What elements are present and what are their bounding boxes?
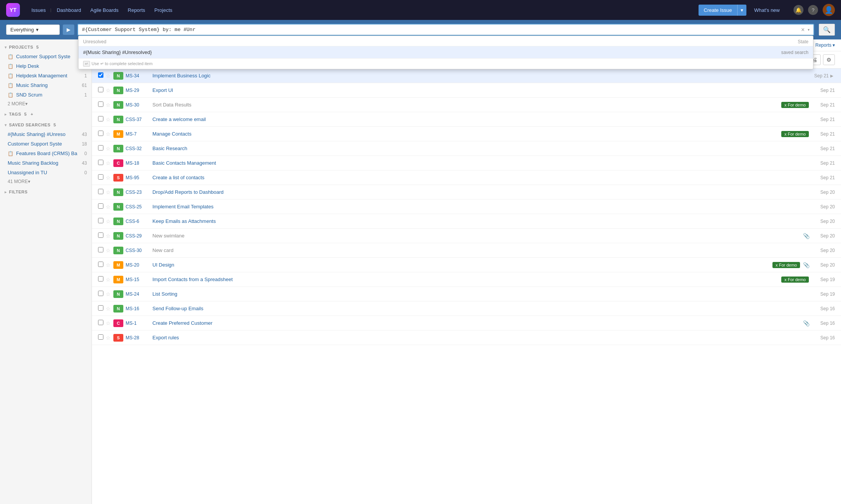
table-row[interactable]: ☆ N CSS-32 Basic Research Sep 21 (92, 141, 841, 156)
star-icon[interactable]: ☆ (106, 247, 113, 254)
sidebar-item-features-board[interactable]: 📋 Features Board (CRMS) Ba 0 (0, 149, 92, 158)
sidebar-item-music-sharing[interactable]: 📋 Music Sharing 61 (0, 80, 92, 90)
row-checkbox[interactable] (98, 160, 103, 165)
table-row[interactable]: ☆ N MS-34 Implement Business Logic Sep 2… (92, 69, 841, 83)
issue-title[interactable]: Basic Research (152, 146, 812, 151)
table-row[interactable]: ☆ N MS-24 List Sorting Sep 19 (92, 287, 841, 301)
table-row[interactable]: ☆ N CSS-37 Create a welcome email Sep 21 (92, 112, 841, 127)
star-icon[interactable]: ☆ (106, 175, 113, 181)
issue-id[interactable]: MS-28 (126, 335, 152, 340)
row-checkbox[interactable] (98, 334, 103, 340)
row-checkbox[interactable] (98, 203, 103, 209)
nav-agile-boards[interactable]: Agile Boards (87, 5, 123, 15)
help-icon[interactable]: ? (808, 5, 818, 15)
row-checkbox[interactable] (98, 320, 103, 325)
row-checkbox[interactable] (98, 232, 103, 238)
issue-id[interactable]: MS-34 (126, 73, 152, 79)
nav-reports[interactable]: Reports (124, 5, 149, 15)
star-icon[interactable]: ☆ (106, 291, 113, 297)
star-icon[interactable]: ☆ (106, 204, 113, 210)
star-icon[interactable]: ☆ (106, 335, 113, 341)
row-checkbox[interactable] (98, 116, 103, 121)
row-checkbox[interactable] (98, 218, 103, 223)
row-checkbox[interactable] (98, 262, 103, 267)
row-checkbox[interactable] (98, 72, 103, 78)
app-logo[interactable]: YT (6, 3, 20, 17)
user-avatar[interactable]: 👤 (823, 4, 835, 16)
issue-id[interactable]: MS-29 (126, 88, 152, 93)
sidebar-item-helpdesk-management[interactable]: 📋 Helpdesk Management 1 (0, 71, 92, 80)
saved-searches-more[interactable]: 41 MORE▾ (0, 177, 92, 186)
issue-id[interactable]: MS-7 (126, 131, 152, 137)
row-checkbox[interactable] (98, 291, 103, 296)
star-icon[interactable]: ☆ (106, 277, 113, 283)
saved-searches-section-header[interactable]: ▾ SAVED SEARCHES 5 (0, 120, 92, 129)
create-issue-button[interactable]: Create Issue ▾ (699, 5, 747, 16)
star-icon[interactable]: ☆ (106, 73, 113, 79)
issue-id[interactable]: CSS-32 (126, 146, 152, 151)
table-row[interactable]: ☆ M MS-7 Manage Contacts x For demo Sep … (92, 127, 841, 141)
search-go-button[interactable]: 🔍 (819, 24, 835, 36)
issue-title[interactable]: Keep Emails as Attachments (152, 218, 812, 224)
issue-id[interactable]: MS-30 (126, 102, 152, 108)
issue-id[interactable]: MS-15 (126, 277, 152, 282)
table-row[interactable]: ☆ N CSS-25 Implement Email Templates Sep… (92, 200, 841, 214)
issue-id[interactable]: MS-20 (126, 262, 152, 268)
table-row[interactable]: ☆ N CSS-29 New swimlane 📎 Sep 20 (92, 229, 841, 243)
table-row[interactable]: ☆ C MS-1 Create Preferred Customer 📎 Sep… (92, 316, 841, 331)
issue-title[interactable]: Basic Contacts Management (152, 160, 812, 166)
issue-id[interactable]: CSS-37 (126, 117, 152, 122)
star-icon[interactable]: ☆ (106, 131, 113, 137)
issue-title[interactable]: Manage Contacts (152, 131, 781, 137)
projects-more[interactable]: 2 MORE▾ (0, 100, 92, 108)
star-icon[interactable]: ☆ (106, 160, 113, 166)
row-checkbox[interactable] (98, 189, 103, 194)
issue-id[interactable]: CSS-29 (126, 233, 152, 239)
issue-title[interactable]: Create a list of contacts (152, 175, 812, 180)
table-row[interactable]: ☆ N MS-30 Sort Data Results x For demo S… (92, 98, 841, 112)
add-tag-button[interactable]: + (31, 112, 33, 116)
issue-title[interactable]: List Sorting (152, 291, 812, 297)
table-row[interactable]: ☆ M MS-20 UI Design x For demo 📎 Sep 20 (92, 258, 841, 272)
search-context-dropdown[interactable]: Everything ▾ (6, 25, 60, 35)
issue-title[interactable]: Export UI (152, 87, 812, 93)
settings-toolbar-button[interactable]: ⚙ (823, 54, 835, 65)
sidebar-item-unassigned[interactable]: Unassigned in TU 0 (0, 168, 92, 177)
star-icon[interactable]: ☆ (106, 146, 113, 152)
issue-title[interactable]: Create Preferred Customer (152, 320, 803, 326)
filters-section-header[interactable]: ▸ FILTERS (0, 187, 92, 196)
issue-title[interactable]: New swimlane (152, 233, 803, 239)
sidebar-item-snd-scrum[interactable]: 📋 SND Scrum 1 (0, 90, 92, 100)
star-icon[interactable]: ☆ (106, 218, 113, 224)
table-row[interactable]: ☆ N MS-16 Send Follow-up Emails Sep 16 (92, 301, 841, 316)
issue-title[interactable]: Send Follow-up Emails (152, 306, 812, 311)
issue-title[interactable]: Sort Data Results (152, 102, 781, 108)
sidebar-item-music-sharing-backlog[interactable]: Music Sharing Backlog 43 (0, 158, 92, 168)
row-checkbox[interactable] (98, 101, 103, 107)
table-row[interactable]: ☆ C MS-18 Basic Contacts Management Sep … (92, 156, 841, 170)
row-checkbox[interactable] (98, 174, 103, 180)
table-row[interactable]: ☆ S MS-28 Export rules Sep 16 (92, 331, 841, 345)
row-checkbox[interactable] (98, 276, 103, 281)
issue-title[interactable]: Export rules (152, 335, 812, 340)
table-row[interactable]: ☆ M MS-15 Import Contacts from a Spreads… (92, 272, 841, 287)
tags-section-header[interactable]: ▸ TAGS 5 + (0, 110, 92, 119)
search-context-button[interactable]: ▶ (63, 25, 74, 35)
issue-title[interactable]: Drop/Add Reports to Dashboard (152, 189, 812, 195)
sidebar-item-customer-support-search[interactable]: Customer Support Syste 18 (0, 139, 92, 149)
star-icon[interactable]: ☆ (106, 306, 113, 312)
issue-id[interactable]: MS-1 (126, 321, 152, 326)
issue-title[interactable]: Create a welcome email (152, 116, 812, 122)
notifications-icon[interactable]: 🔔 (794, 5, 803, 15)
star-icon[interactable]: ☆ (106, 320, 113, 326)
whats-new-link[interactable]: What's new (754, 7, 780, 13)
issue-id[interactable]: MS-18 (126, 160, 152, 166)
search-input[interactable] (80, 25, 800, 35)
issue-id[interactable]: CSS-6 (126, 219, 152, 224)
issue-title[interactable]: New card (152, 247, 812, 253)
star-icon[interactable]: ☆ (106, 87, 113, 93)
autocomplete-item[interactable]: #{Music Sharing} #Unresolved} saved sear… (79, 46, 813, 58)
issue-id[interactable]: MS-95 (126, 175, 152, 180)
create-issue-dropdown-arrow[interactable]: ▾ (737, 5, 746, 16)
issue-title[interactable]: Implement Email Templates (152, 204, 812, 209)
